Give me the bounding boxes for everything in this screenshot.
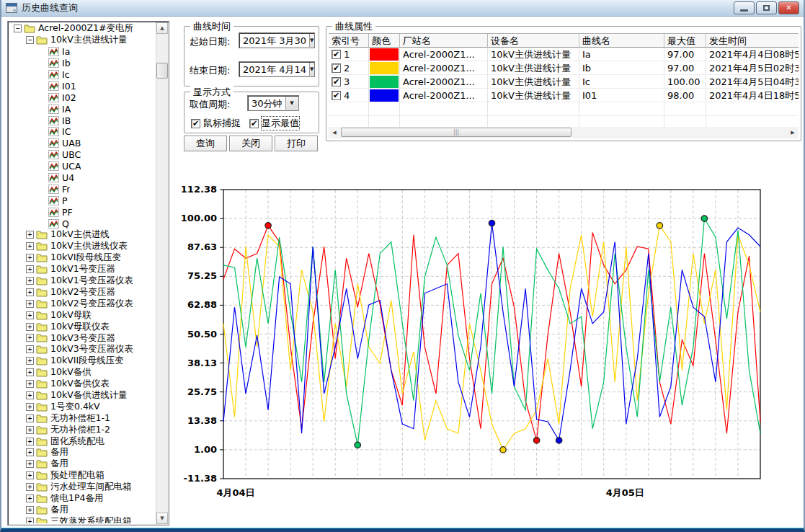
expand-icon[interactable]: + [26,357,34,365]
show-extremes-checkbox[interactable]: ✔ 显示最值 [249,117,299,130]
tree-item[interactable]: UAB [9,138,155,149]
tree-item[interactable]: I01 [9,80,155,92]
column-header[interactable]: 设备名 [488,34,579,48]
expand-icon[interactable]: + [26,300,34,308]
expand-icon[interactable]: + [26,265,34,273]
row-checkbox[interactable]: ✔ [332,91,341,100]
tree-item[interactable]: +1号变0.4kV [9,401,155,412]
expand-icon[interactable]: + [26,448,34,456]
print-button[interactable]: 打印 [275,136,318,151]
tree-item[interactable]: +10kV母联 [9,309,155,321]
table-horizontal-scrollbar[interactable]: ◀ ▶ [329,127,799,138]
tree-item[interactable]: +预处理配电箱 [9,470,155,482]
restore-button[interactable] [756,1,777,14]
tree-item[interactable]: +无功补偿柜1-1 [9,412,155,424]
start-date-select[interactable]: 2021年 3月30 ▼ [239,32,315,48]
tree-item[interactable]: +10kV母联仪表 [9,321,155,332]
tree-item[interactable]: +备用 [9,504,155,515]
tree-item[interactable]: +10kVII段母线压变 [9,355,155,367]
expand-icon[interactable]: + [26,231,34,239]
query-button[interactable]: 查询 [184,136,227,151]
end-date-select[interactable]: 2021年 4月14 ▼ [239,61,315,77]
tree-item[interactable]: IC [9,126,155,138]
expand-icon[interactable]: + [26,460,34,468]
column-header[interactable]: 曲线名 [579,34,664,48]
collapse-icon[interactable]: − [14,25,22,32]
column-header[interactable]: 颜色 [369,34,400,48]
expand-icon[interactable]: + [26,254,34,262]
scrollbar-thumb[interactable] [156,63,168,79]
tree-item[interactable]: Q [9,218,155,229]
expand-icon[interactable]: + [26,518,34,523]
tree-item[interactable]: PF [9,206,155,218]
expand-icon[interactable]: + [26,414,34,422]
expand-icon[interactable]: + [26,471,34,479]
tree-item[interactable]: +10kV主供进线 [9,229,155,241]
tree-item[interactable]: +备用 [9,447,155,458]
tree-item[interactable]: I02 [9,92,155,103]
period-select[interactable]: 30分钟 ▼ [247,95,299,111]
expand-icon[interactable]: + [26,277,34,285]
tree-item[interactable]: +污水处理车间配电箱 [9,482,155,493]
tree-item[interactable]: P [9,195,155,206]
scroll-left-arrow[interactable]: ◀ [329,128,339,138]
table-row[interactable]: ✔2Acrel-2000Z1...10kV主供进线计量Ib97.002021年4… [329,61,799,75]
tree-item[interactable]: +10kV3号变压器仪表 [9,344,155,355]
expand-icon[interactable]: + [26,495,34,502]
tree-item[interactable]: +无功补偿柜1-2 [9,424,155,435]
tree-item[interactable]: −10kV主供进线计量 [9,35,155,46]
table-row[interactable]: ✔3Acrel-2000Z1...10kV主供进线计量Ic100.002021年… [329,75,799,89]
expand-icon[interactable]: + [26,380,34,388]
expand-icon[interactable]: + [26,288,34,296]
expand-icon[interactable]: + [26,438,34,445]
column-header[interactable]: 厂站名 [400,34,488,48]
title-bar[interactable]: 历史曲线查询 ✕ [1,0,804,17]
expand-icon[interactable]: + [26,483,34,491]
table-row[interactable]: ✔4Acrel-2000Z1...10kV主供进线计量I0198.002021年… [329,89,799,102]
tree-item[interactable]: +10kV主供进线仪表 [9,241,155,252]
tree-item[interactable]: +10kV备供仪表 [9,378,155,390]
expand-icon[interactable]: + [26,345,34,353]
expand-icon[interactable]: + [26,242,34,250]
chevron-down-icon[interactable]: ▼ [309,34,313,47]
scrollbar-thumb[interactable] [341,128,571,137]
tree-item[interactable]: Ic [9,69,155,81]
tree-item[interactable]: +备用 [9,458,155,470]
tree-item[interactable]: UBC [9,149,155,161]
scroll-up-arrow[interactable]: ▲ [156,22,168,34]
tree-item[interactable]: Ia [9,46,155,58]
scroll-down-arrow[interactable]: ▼ [156,513,168,524]
expand-icon[interactable]: + [26,426,34,434]
tree-item[interactable]: Ib [9,58,155,69]
row-checkbox[interactable]: ✔ [332,63,341,73]
tree-vertical-scrollbar[interactable]: ▲ ▼ [156,22,168,524]
tree-item[interactable]: IB [9,115,155,126]
tree-item[interactable]: +10kV备供 [9,367,155,378]
row-checkbox[interactable]: ✔ [332,77,341,87]
chevron-down-icon[interactable]: ▼ [285,97,298,110]
tree-item[interactable]: IA [9,103,155,115]
mouse-capture-checkbox[interactable]: ✔ 鼠标捕捉 [191,117,241,130]
tree-item[interactable]: UCA [9,161,155,172]
table-row[interactable]: ✔1Acrel-2000Z1...10kV主供进线计量Ia97.002021年4… [329,48,799,61]
tree-item[interactable]: +固化系统配电 [9,435,155,447]
scroll-right-arrow[interactable]: ▶ [788,128,798,138]
collapse-icon[interactable]: − [26,36,34,44]
expand-icon[interactable]: + [26,403,34,411]
tree-item[interactable]: +10kV1号变压器仪表 [9,275,155,287]
expand-icon[interactable]: + [26,368,34,376]
tree-item[interactable]: +10kV1号变压器 [9,264,155,275]
tree-item[interactable]: +10kV备供进线计量 [9,390,155,402]
close-button[interactable]: ✕ [778,1,799,14]
expand-icon[interactable]: + [26,506,34,514]
expand-icon[interactable]: + [26,323,34,331]
column-header[interactable]: 最大值 [664,34,706,48]
expand-icon[interactable]: + [26,334,34,342]
expand-icon[interactable]: + [26,311,34,319]
tree-item[interactable]: Fr [9,183,155,195]
tree-item[interactable]: +馈电1P4备用 [9,493,155,505]
expand-icon[interactable]: + [26,391,34,399]
tree-item[interactable]: +三效蒸发系统配电箱 [9,515,155,523]
close-window-button[interactable]: 关闭 [229,136,272,151]
tree-item[interactable]: +10kV2号变压器 [9,286,155,298]
